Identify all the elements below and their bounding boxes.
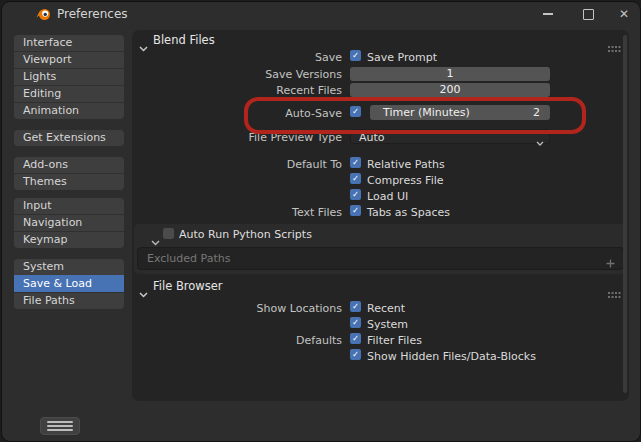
text-files-label: Text Files — [137, 206, 342, 219]
editor-menu-button[interactable] — [40, 417, 80, 435]
system-checkbox[interactable] — [350, 317, 361, 328]
file-preview-type-dropdown[interactable]: Auto — [350, 129, 550, 144]
tabs-as-spaces-option-label[interactable]: Tabs as Spaces — [367, 206, 450, 219]
save-prompt-option-label[interactable]: Save Prompt — [367, 51, 437, 64]
timer-field-value: 2 — [533, 105, 540, 120]
show-locations-label: Show Locations — [137, 302, 342, 315]
sidebar-item-animation[interactable]: Animation — [14, 102, 124, 119]
recent-files-field[interactable]: 200 — [350, 83, 550, 97]
panel-drag-grip-icon[interactable] — [608, 37, 621, 56]
section-header-blend-files[interactable]: Blend Files — [153, 33, 215, 47]
plus-icon[interactable] — [606, 253, 615, 272]
sidebar-group-input: Input Navigation Keymap — [14, 198, 124, 248]
chevron-down-icon — [536, 135, 544, 150]
auto-save-checkbox[interactable] — [350, 106, 361, 117]
sidebar-group-extensions: Get Extensions — [14, 130, 124, 146]
recent-files-label: Recent Files — [137, 84, 342, 97]
compress-file-option-label[interactable]: Compress File — [367, 174, 444, 187]
sidebar-group-addons: Add-ons Themes — [14, 157, 124, 190]
recent-checkbox[interactable] — [350, 301, 361, 312]
system-option-label[interactable]: System — [367, 318, 408, 331]
auto-run-python-scripts-subpanel: Auto Run Python Scripts Excluded Paths — [134, 224, 627, 274]
panel-drag-grip-icon[interactable] — [608, 283, 621, 302]
sidebar-item-keymap[interactable]: Keymap — [14, 231, 124, 248]
filter-files-option-label[interactable]: Filter Files — [367, 334, 422, 347]
auto-run-python-scripts-label[interactable]: Auto Run Python Scripts — [179, 228, 312, 241]
save-label: Save — [137, 51, 342, 64]
sidebar-group-system: System Save & Load File Paths — [14, 259, 124, 309]
load-ui-checkbox[interactable] — [350, 189, 361, 200]
sidebar-item-save-load[interactable]: Save & Load — [14, 275, 124, 292]
minimize-button[interactable] — [535, 2, 561, 26]
maximize-icon — [583, 9, 594, 20]
blender-logo-icon — [35, 6, 51, 22]
section-header-file-browser[interactable]: File Browser — [153, 279, 223, 293]
chevron-down-icon[interactable] — [139, 283, 148, 302]
hamburger-icon — [47, 421, 73, 423]
sidebar-group-interface: Interface Viewport Lights Editing Animat… — [14, 35, 124, 119]
dropdown-selected-value: Auto — [359, 130, 385, 145]
file-preview-type-label: File Preview Type — [137, 131, 342, 144]
sidebar-item-editing[interactable]: Editing — [14, 85, 124, 102]
relative-paths-option-label[interactable]: Relative Paths — [367, 158, 445, 171]
excluded-paths-input[interactable]: Excluded Paths — [137, 247, 624, 270]
vertical-scrollbar[interactable] — [623, 35, 627, 393]
close-icon — [619, 8, 629, 20]
tabs-as-spaces-checkbox[interactable] — [350, 205, 361, 216]
relative-paths-checkbox[interactable] — [350, 157, 361, 168]
sidebar-item-viewport[interactable]: Viewport — [14, 51, 124, 68]
default-to-label: Default To — [137, 158, 342, 171]
show-hidden-files-option-label[interactable]: Show Hidden Files/Data-Blocks — [367, 350, 536, 363]
preferences-window: Preferences Interface Viewport Lights Ed… — [1, 1, 641, 442]
save-prompt-checkbox[interactable] — [350, 50, 361, 61]
auto-run-python-scripts-checkbox[interactable] — [163, 228, 174, 239]
recent-option-label[interactable]: Recent — [367, 302, 405, 315]
auto-save-timer-field[interactable]: Timer (Minutes) 2 — [370, 105, 550, 120]
sidebar-item-file-paths[interactable]: File Paths — [14, 292, 124, 309]
window-title: Preferences — [57, 7, 128, 21]
desktop-background: Preferences Interface Viewport Lights Ed… — [0, 0, 641, 442]
sidebar-item-interface[interactable]: Interface — [14, 35, 124, 51]
compress-file-checkbox[interactable] — [350, 173, 361, 184]
sidebar-item-input[interactable]: Input — [14, 198, 124, 214]
auto-save-label: Auto-Save — [137, 107, 342, 120]
sidebar-item-get-extensions[interactable]: Get Extensions — [14, 130, 124, 146]
sidebar-item-system[interactable]: System — [14, 259, 124, 275]
filter-files-checkbox[interactable] — [350, 333, 361, 344]
show-hidden-files-checkbox[interactable] — [350, 349, 361, 360]
sidebar-item-navigation[interactable]: Navigation — [14, 214, 124, 231]
sidebar-item-lights[interactable]: Lights — [14, 68, 124, 85]
maximize-button[interactable] — [575, 2, 601, 26]
defaults-label: Defaults — [137, 334, 342, 347]
load-ui-option-label[interactable]: Load UI — [367, 190, 408, 203]
save-versions-field[interactable]: 1 — [350, 67, 550, 81]
close-button[interactable] — [611, 2, 637, 26]
titlebar[interactable]: Preferences — [2, 2, 640, 26]
sidebar-item-addons[interactable]: Add-ons — [14, 157, 124, 173]
save-versions-label: Save Versions — [137, 68, 342, 81]
minimize-icon — [543, 13, 553, 15]
preferences-main-panel: Blend Files Save Save Prompt Save Versio… — [132, 30, 629, 401]
timer-field-label: Timer (Minutes) — [383, 105, 470, 120]
sidebar-item-themes[interactable]: Themes — [14, 173, 124, 190]
excluded-paths-placeholder: Excluded Paths — [147, 252, 230, 265]
